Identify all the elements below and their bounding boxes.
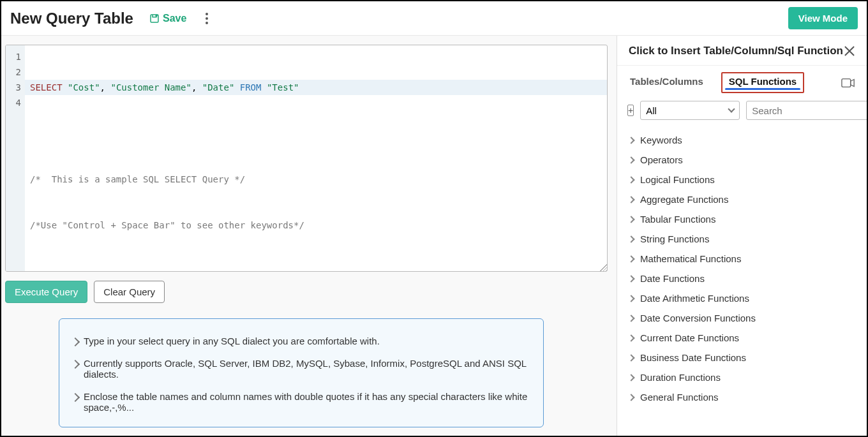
category-item[interactable]: Logical Functions xyxy=(627,170,857,189)
category-list: Keywords Operators Logical Functions Agg… xyxy=(617,128,867,436)
chevron-down-icon xyxy=(728,105,735,112)
chevron-right-icon xyxy=(627,156,634,163)
category-item[interactable]: Business Date Functions xyxy=(627,348,857,367)
category-item[interactable]: Date Functions xyxy=(627,269,857,288)
chevron-right-icon xyxy=(627,275,634,282)
category-item[interactable]: Date Arithmetic Functions xyxy=(627,288,857,308)
view-mode-button[interactable]: View Mode xyxy=(788,7,858,29)
expand-all-button[interactable]: + xyxy=(627,105,634,116)
category-item[interactable]: Operators xyxy=(627,150,857,170)
sql-editor[interactable]: 1 2 3 4 SELECT "Cost", "Customer Name", … xyxy=(5,45,608,272)
tab-sql-functions[interactable]: SQL Functions xyxy=(721,72,804,93)
chevron-right-icon xyxy=(627,295,634,302)
code-area[interactable]: SELECT "Cost", "Customer Name", "Date" F… xyxy=(25,45,607,271)
category-item[interactable]: Current Date Functions xyxy=(627,328,857,348)
panel-title: Click to Insert Table/Column/Sql Functio… xyxy=(629,45,843,57)
category-item[interactable]: String Functions xyxy=(627,229,857,249)
category-item[interactable]: Aggregate Functions xyxy=(627,189,857,209)
category-item[interactable]: Date Conversion Functions xyxy=(627,308,857,328)
chevron-right-icon xyxy=(627,196,634,203)
chevron-right-icon xyxy=(627,137,634,144)
execute-query-button[interactable]: Execute Query xyxy=(5,281,87,303)
chevron-right-icon xyxy=(627,176,634,183)
panel-tabs: Tables/Columns SQL Functions xyxy=(617,66,867,93)
search-input[interactable] xyxy=(752,105,868,116)
chevron-right-icon xyxy=(627,394,634,401)
chevron-right-icon xyxy=(627,315,634,322)
chevron-right-icon xyxy=(71,337,80,346)
chevron-right-icon xyxy=(627,334,634,341)
line-gutter: 1 2 3 4 xyxy=(6,45,25,271)
category-item[interactable]: General Functions xyxy=(627,387,857,407)
hint-item: Type in your select query in any SQL dia… xyxy=(72,336,530,346)
chevron-right-icon xyxy=(71,393,80,402)
search-input-wrap[interactable] xyxy=(746,101,868,120)
close-icon[interactable] xyxy=(844,45,855,57)
category-item[interactable]: Duration Functions xyxy=(627,367,857,387)
tab-tables-columns[interactable]: Tables/Columns xyxy=(629,72,705,93)
svg-point-1 xyxy=(156,15,157,16)
chevron-right-icon xyxy=(71,360,80,369)
svg-rect-2 xyxy=(842,78,851,87)
category-filter-select[interactable]: All xyxy=(640,101,740,120)
resize-handle[interactable] xyxy=(598,262,607,271)
save-icon xyxy=(149,13,160,24)
category-item[interactable]: Keywords xyxy=(627,130,857,150)
chevron-right-icon xyxy=(627,255,634,262)
header: New Query Table Save View Mode xyxy=(1,1,867,36)
chevron-right-icon xyxy=(627,216,634,223)
chevron-right-icon xyxy=(627,235,634,242)
category-item[interactable]: Mathematical Functions xyxy=(627,249,857,269)
save-label: Save xyxy=(163,13,186,24)
insert-panel: Click to Insert Table/Column/Sql Functio… xyxy=(617,36,867,436)
page-title: New Query Table xyxy=(10,10,133,27)
chevron-right-icon xyxy=(627,354,634,361)
category-item[interactable]: Tabular Functions xyxy=(627,209,857,229)
editor-pane: 1 2 3 4 SELECT "Cost", "Customer Name", … xyxy=(1,36,617,436)
hints-panel: Type in your select query in any SQL dia… xyxy=(59,318,544,427)
save-button[interactable]: Save xyxy=(149,13,186,24)
hint-item: Currently supports Oracle, SQL Server, I… xyxy=(72,358,530,380)
chevron-right-icon xyxy=(627,374,634,381)
clear-query-button[interactable]: Clear Query xyxy=(94,281,165,303)
video-help-icon[interactable] xyxy=(841,78,855,88)
hint-item: Enclose the table names and column names… xyxy=(72,391,530,413)
more-menu-button[interactable] xyxy=(202,9,212,28)
